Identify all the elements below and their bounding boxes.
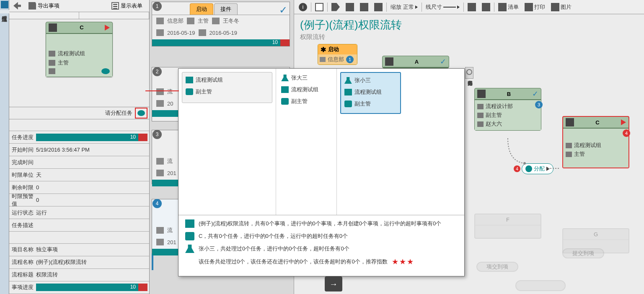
step-4-badge: 4 bbox=[153, 199, 162, 208]
right-toolbar: i 缩放 正常 线尺寸 清单 打印 图片 bbox=[294, 0, 644, 14]
group-icon bbox=[281, 86, 289, 93]
chevron-down-icon bbox=[457, 5, 460, 9]
alloc-badge: 4 bbox=[514, 165, 520, 172]
node-b[interactable]: B✓ 3 流程设计部 副主管 赵大六 bbox=[474, 88, 541, 131]
p-title-v: 权限流转 bbox=[34, 271, 149, 279]
alloc-pill[interactable]: 4 分配 bbox=[522, 163, 553, 174]
m-warn-v: 0 bbox=[34, 197, 149, 203]
card-role: 主管 bbox=[58, 59, 69, 67]
m-desc-k: 任务描述 bbox=[9, 222, 34, 229]
linesize-select[interactable]: 线尺寸 bbox=[424, 2, 462, 12]
arrow-left-icon bbox=[13, 2, 21, 10]
popup-col-3-selected[interactable]: 张小三 流程测试组 副主管 bbox=[340, 72, 401, 114]
tag-button[interactable] bbox=[329, 2, 342, 13]
back-button[interactable] bbox=[11, 1, 23, 10]
clock-icon bbox=[156, 239, 164, 245]
tab-start[interactable]: 启动 bbox=[190, 3, 213, 15]
role-icon bbox=[187, 18, 194, 24]
group-icon bbox=[156, 227, 164, 234]
m-progress-k: 任务进度 bbox=[9, 134, 34, 141]
person-icon bbox=[49, 68, 55, 74]
group-icon bbox=[344, 89, 352, 95]
title-main: (例子)(流程)权限流转 bbox=[300, 18, 638, 32]
p-name-v: 独立事项 bbox=[34, 246, 149, 253]
user-icon bbox=[344, 77, 352, 84]
list-button[interactable]: 清单 bbox=[496, 2, 521, 13]
zoom-select[interactable]: 缩放 正常 bbox=[388, 2, 420, 12]
assign-row: 请分配任务 bbox=[9, 107, 149, 119]
tab-receive[interactable]: 接件 bbox=[214, 3, 238, 15]
badge-1: 1 bbox=[346, 56, 354, 63]
popup-stats: (例子)(流程)权限流转，共有0个事项，进行中的0个事项，本月创建0个事项，运行… bbox=[178, 215, 464, 276]
clock-icon bbox=[156, 170, 164, 176]
vertical-side-label[interactable]: 选择当前任务办理人 bbox=[465, 67, 473, 79]
flow-icon bbox=[185, 219, 194, 228]
task-card-title: C bbox=[59, 24, 105, 31]
project-table: 项目名称独立事项 流程名称(例子)(流程)权限流转 流程标题权限流转 事项进度1… bbox=[9, 244, 149, 294]
shuffle-icon bbox=[49, 23, 57, 32]
m-end-k: 完成时间 bbox=[9, 159, 34, 166]
showform-label: 显示表单 bbox=[121, 2, 142, 10]
user-icon bbox=[185, 245, 194, 253]
group-icon bbox=[156, 88, 164, 95]
node-c[interactable]: C 4 流程测试组 主管 bbox=[562, 116, 629, 168]
m-start-k: 开始时间 bbox=[9, 146, 34, 154]
role-icon bbox=[186, 88, 193, 95]
share-button[interactable] bbox=[372, 2, 385, 13]
check-icon: ✓ bbox=[440, 57, 446, 66]
image-button[interactable]: 图片 bbox=[549, 2, 574, 13]
play-icon bbox=[105, 25, 110, 31]
p-name-k: 项目名称 bbox=[9, 246, 34, 253]
m-remain-k: 剩余时限 bbox=[9, 184, 34, 191]
step-1-badge: 1 bbox=[153, 2, 162, 11]
path-icon bbox=[360, 3, 368, 11]
assign-button[interactable] bbox=[135, 108, 147, 119]
popup-col-2[interactable]: 张大三 流程测试组 副主管 bbox=[279, 72, 333, 107]
clock-icon bbox=[199, 29, 206, 36]
popup-col-1[interactable]: 流程测试组 副主管 bbox=[182, 72, 272, 103]
group-icon bbox=[156, 18, 164, 24]
form-icon bbox=[111, 2, 119, 10]
showform-button[interactable]: 显示表单 bbox=[109, 1, 145, 10]
alloc-icon bbox=[525, 165, 532, 172]
left-card-area: C 流程测试组 主管 bbox=[9, 19, 149, 107]
node-a[interactable]: A✓ bbox=[382, 56, 449, 68]
metrics-table: 任务进度10 开始时间5/19/2016 3:56:47 PM 完成时间 时限单… bbox=[9, 131, 149, 232]
shuffle-icon bbox=[477, 90, 486, 98]
m-unit-v: 天 bbox=[34, 171, 149, 179]
people-button[interactable] bbox=[344, 2, 356, 13]
m-unit-k: 时限单位 bbox=[9, 171, 34, 179]
step-2-badge: 2 bbox=[153, 67, 162, 76]
power-icon bbox=[466, 69, 472, 75]
clock-icon bbox=[156, 29, 164, 36]
info-button[interactable]: i bbox=[297, 2, 309, 13]
m-remain-v: 0 bbox=[34, 184, 149, 191]
m-warn-k: 时限预警值 bbox=[9, 193, 34, 208]
share-icon bbox=[374, 3, 383, 11]
note-button[interactable] bbox=[313, 2, 326, 13]
left-rail: 流程运行信息 bbox=[0, 0, 9, 294]
assign-label: 请分配任务 bbox=[105, 109, 132, 117]
info-icon: i bbox=[299, 3, 307, 11]
user-icon bbox=[477, 121, 484, 127]
step-1[interactable]: 1 ✓ 启动 接件 信息部 主管 王冬冬 2016-05-19 2 bbox=[152, 2, 290, 46]
user-icon bbox=[212, 18, 220, 24]
p-flow-v: (例子)(流程)权限流转 bbox=[34, 258, 149, 266]
grid-button[interactable] bbox=[480, 2, 492, 13]
task-card-c[interactable]: C 流程测试组 主管 bbox=[46, 22, 113, 77]
grid-icon bbox=[482, 3, 490, 11]
save-icon bbox=[28, 2, 36, 10]
left-panel: 导出事项 显示表单 C 流程测试组 主管 请分配任务 bbox=[9, 0, 150, 294]
rail-icon[interactable] bbox=[1, 1, 8, 8]
print-button[interactable]: 打印 bbox=[522, 2, 547, 13]
people-icon bbox=[346, 3, 354, 11]
pill-faded-3 bbox=[515, 280, 566, 291]
card-group: 流程测试组 bbox=[58, 50, 85, 57]
next-button[interactable]: → bbox=[325, 276, 342, 291]
node-start[interactable]: ✱启动 信息部1 bbox=[318, 44, 357, 65]
check-icon: ✓ bbox=[279, 4, 287, 16]
assign-icon bbox=[137, 110, 145, 116]
export-button[interactable]: 导出事项 bbox=[26, 1, 62, 10]
ruler-button[interactable] bbox=[466, 2, 478, 13]
path-button[interactable] bbox=[358, 2, 370, 13]
